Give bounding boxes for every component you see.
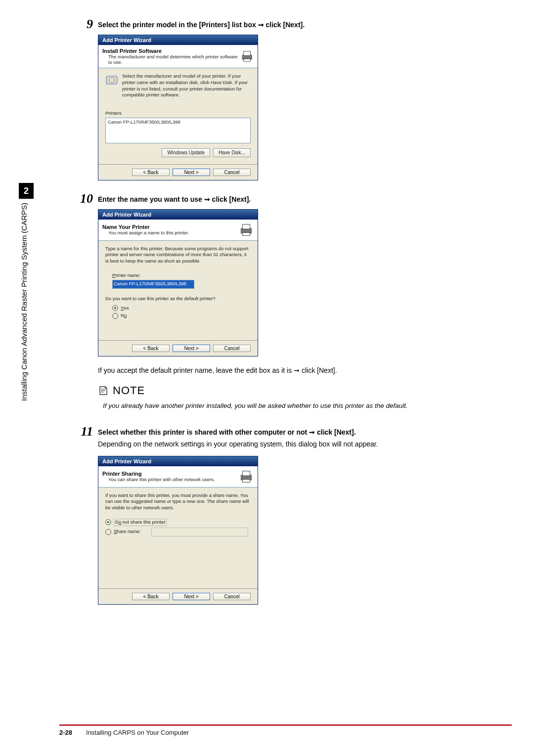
content-area: 9 Select the printer model in the [Print… [74,18,504,617]
wizard-header-subtitle: You must assign a name to this printer. [108,230,189,235]
step-number: 11 [74,425,93,438]
svg-rect-10 [243,479,250,482]
svg-rect-7 [243,232,250,235]
chapter-title-vertical: Installing Canon Advanced Raster Printin… [20,203,28,401]
wizard-body-text: Type a name for this printer. Because so… [105,246,251,265]
next-button[interactable]: Next > [173,593,210,600]
wizard-printer-sharing: Add Printer Wizard Printer Sharing You c… [98,456,258,605]
printers-label: Printers [105,110,251,117]
wizard-titlebar: Add Printer Wizard [98,210,258,220]
next-button[interactable]: Next > [173,345,210,352]
step-11: 11 Select whether this printer is shared… [74,425,504,614]
wizard-name-printer: Add Printer Wizard Name Your Printer You… [98,209,258,357]
wizard-header: Install Printer Software The manufacture… [98,45,258,68]
share-name-input[interactable] [151,528,248,536]
step-10: 10 Enter the name you want to use ➞ clic… [74,192,504,411]
step-number: 10 [74,192,93,205]
cancel-button[interactable]: Cancel [213,593,251,600]
disk-icon [105,73,118,86]
note-icon [98,385,109,396]
svg-rect-2 [243,59,250,61]
svg-rect-6 [243,224,250,228]
wizard-body-text: Select the manufacturer and model of you… [122,73,251,98]
radio-do-not-share[interactable]: Do not share this printer [105,519,251,526]
printer-icon [239,222,254,237]
step-title: Enter the name you want to use ➞ click [… [98,192,504,203]
default-printer-question: Do you want to use this printer as the d… [105,296,251,302]
wizard-header-title: Install Printer Software [102,48,240,54]
wizard-header-title: Printer Sharing [102,471,215,477]
radio-yes[interactable]: Yes [112,305,251,311]
back-button[interactable]: < Back [132,345,170,352]
cancel-button[interactable]: Cancel [213,345,251,352]
have-disk-button[interactable]: Have Disk... [213,148,251,157]
footer-text: Installing CARPS on Your Computer [86,729,189,736]
printer-name-label: PPrinter name:rinter name: [112,272,251,279]
wizard-header-title: Name Your Printer [102,224,189,230]
wizard-header-subtitle: You can share this printer with other ne… [108,477,215,482]
back-button[interactable]: < Back [132,169,170,176]
page-footer: 2-28 Installing CARPS on Your Computer [59,724,512,736]
page-number: 2-28 [59,729,72,736]
step-number: 9 [74,18,93,31]
printer-icon [240,49,254,64]
step-after-text: If you accept the default printer name, … [98,365,504,376]
step-title: Select whether this printer is shared wi… [98,425,504,436]
svg-rect-9 [243,471,250,475]
printers-listbox[interactable]: Canon FP-L170/MF350/L380/L398 [105,118,251,143]
step-title: Select the printer model in the [Printer… [98,18,504,29]
cancel-button[interactable]: Cancel [213,169,251,176]
list-item[interactable]: Canon FP-L170/MF350/L380/L398 [108,119,248,126]
wizard-titlebar: Add Printer Wizard [98,35,258,45]
windows-update-button[interactable]: Windows Update [162,148,210,157]
next-button[interactable]: Next > [173,169,210,176]
page: 2 Installing Canon Advanced Raster Print… [0,0,534,756]
wizard-install-software: Add Printer Wizard Install Printer Softw… [98,35,258,180]
wizard-titlebar: Add Printer Wizard [98,456,258,466]
step-9: 9 Select the printer model in the [Print… [74,18,504,189]
printer-name-input[interactable]: Canon FP-L170/MF350/L380/L398 [112,280,194,289]
wizard-body-text: If you want to share this printer, you m… [105,492,251,511]
svg-point-4 [109,78,114,83]
radio-no[interactable]: No [112,312,251,319]
printer-icon [239,469,254,484]
footer-rule [59,724,512,726]
note-body: If you already have another printer inst… [103,401,504,411]
note-label: NOTE [113,384,145,397]
back-button[interactable]: < Back [132,593,170,600]
radio-share-name[interactable]: Share name: [105,528,251,536]
chapter-tab: 2 [19,183,34,199]
svg-rect-1 [243,51,250,56]
wizard-header-subtitle: The manufacturer and model determine whi… [108,54,240,65]
step-subtitle: Depending on the network settings in you… [98,439,504,450]
